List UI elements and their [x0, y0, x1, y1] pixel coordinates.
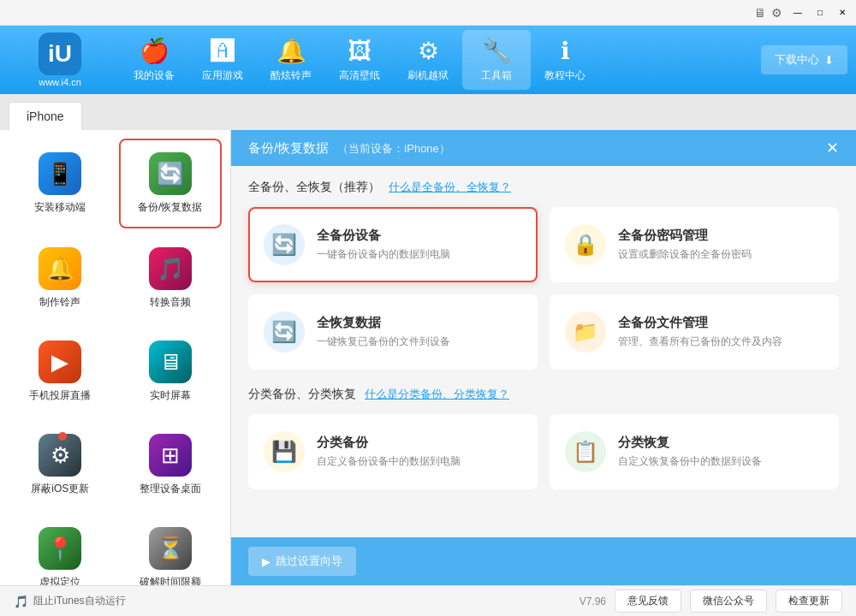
- logo-area: iU www.i4.cn: [9, 33, 111, 87]
- screen-mirror-label: 手机投屏直播: [29, 388, 91, 403]
- skip-setup-button[interactable]: ▶ 跳过设置向导: [248, 547, 356, 576]
- my-device-label: 我的设备: [134, 68, 175, 83]
- sidebar-item-update-ios[interactable]: ⚙ 屏蔽iOS更新: [9, 422, 112, 508]
- navbar: iU www.i4.cn 🍎 我的设备 🅰 应用游戏 🔔 酷炫铃声 🖼 高清壁纸…: [0, 26, 856, 94]
- titlebar: 🖥 ⚙ — □ ✕: [0, 0, 856, 26]
- card-category-backup[interactable]: 💾 分类备份 自定义备份设备中的数据到电脑: [248, 414, 538, 489]
- organize-desktop-icon: ⊞: [149, 434, 192, 477]
- category-backup-title: 分类备份: [317, 435, 522, 451]
- wechat-button[interactable]: 微信公众号: [690, 589, 767, 613]
- full-restore-title: 全恢复数据: [317, 315, 522, 331]
- skip-label: 跳过设置向导: [276, 554, 342, 569]
- maximize-button[interactable]: □: [813, 6, 827, 20]
- section2-link[interactable]: 什么是分类备份、分类恢复？: [365, 387, 509, 402]
- sidebar-item-break-time[interactable]: ⏳ 破解时间限额: [119, 515, 223, 585]
- make-ringtone-icon: 🔔: [39, 247, 81, 290]
- card-full-restore[interactable]: 🔄 全恢复数据 一键恢复已备份的文件到设备: [248, 294, 538, 370]
- ringtone-icon: 🔔: [276, 37, 306, 65]
- full-restore-info: 全恢复数据 一键恢复已备份的文件到设备: [317, 315, 522, 349]
- card-full-file-mgr[interactable]: 📁 全备份文件管理 管理、查看所有已备份的文件及内容: [550, 294, 839, 370]
- organize-desktop-label: 整理设备桌面: [140, 482, 201, 496]
- titlebar-icons: 🖥 ⚙ — □ ✕: [754, 6, 849, 20]
- close-window-button[interactable]: ✕: [835, 6, 849, 20]
- app-game-label: 应用游戏: [202, 68, 243, 83]
- card-full-backup[interactable]: 🔄 全备份设备 一键备份设备内的数据到电脑: [248, 207, 538, 282]
- break-time-icon: ⏳: [149, 527, 192, 570]
- nav-item-tutorial[interactable]: ℹ 教程中心: [531, 30, 599, 90]
- make-ringtone-label: 制作铃声: [39, 295, 80, 310]
- nav-item-jailbreak[interactable]: ⚙ 刷机越狱: [394, 30, 462, 90]
- itunes-status-text: 阻止iTunes自动运行: [33, 594, 126, 608]
- panel-close-button[interactable]: ✕: [826, 139, 839, 157]
- jailbreak-icon: ⚙: [418, 37, 439, 65]
- screen-mirror-icon: ▶: [39, 341, 81, 383]
- card-full-password-mgr[interactable]: 🔒 全备份密码管理 设置或删除设备的全备份密码: [550, 207, 839, 282]
- full-file-title: 全备份文件管理: [618, 315, 823, 331]
- virtual-location-icon: 📍: [39, 527, 81, 570]
- tutorial-label: 教程中心: [544, 68, 586, 83]
- full-password-desc: 设置或删除设备的全备份密码: [618, 247, 823, 262]
- section1-title: 全备份、全恢复（推荐） 什么是全备份、全恢复？: [248, 180, 839, 195]
- realtime-screen-label: 实时屏幕: [150, 388, 191, 403]
- sidebar-item-organize-desktop[interactable]: ⊞ 整理设备桌面: [119, 422, 223, 508]
- main-area: 📱 安装移动端 🔄 备份/恢复数据 🔔 制作铃声 🎵 转换音频 ▶ 手机投屏直播…: [0, 130, 856, 585]
- check-update-button[interactable]: 检查更新: [776, 589, 842, 613]
- monitor-icon: 🖥: [754, 6, 766, 20]
- sidebar-item-screen-mirror[interactable]: ▶ 手机投屏直播: [9, 329, 112, 415]
- full-file-info: 全备份文件管理 管理、查看所有已备份的文件及内容: [618, 315, 823, 349]
- nav-item-wallpaper[interactable]: 🖼 高清壁纸: [325, 30, 394, 90]
- wallpaper-icon: 🖼: [348, 37, 372, 65]
- nav-item-app-game[interactable]: 🅰 应用游戏: [188, 30, 257, 90]
- convert-audio-icon: 🎵: [149, 247, 192, 290]
- card-grid-section1: 🔄 全备份设备 一键备份设备内的数据到电脑 🔒 全备份密码管理 设置或删除设备的…: [248, 207, 839, 370]
- sidebar-item-backup-restore[interactable]: 🔄 备份/恢复数据: [119, 139, 223, 228]
- panel-bottom: ▶ 跳过设置向导: [231, 537, 856, 585]
- full-password-icon: 🔒: [565, 224, 606, 265]
- category-restore-title: 分类恢复: [618, 435, 823, 451]
- bottom-statusbar: 🎵 阻止iTunes自动运行 V7.96 意见反馈 微信公众号 检查更新: [0, 585, 856, 616]
- category-restore-info: 分类恢复 自定义恢复备份中的数据到设备: [618, 435, 823, 469]
- logo-url: www.i4.cn: [39, 77, 81, 87]
- full-backup-icon: 🔄: [264, 224, 305, 265]
- panel-header: 备份/恢复数据 （当前设备：iPhone） ✕: [231, 130, 856, 166]
- full-restore-icon: 🔄: [264, 311, 305, 352]
- sidebar-item-make-ringtone[interactable]: 🔔 制作铃声: [9, 235, 112, 322]
- minimize-button[interactable]: —: [791, 6, 805, 20]
- sidebar-item-realtime-screen[interactable]: 🖥 实时屏幕: [119, 329, 223, 415]
- nav-item-my-device[interactable]: 🍎 我的设备: [120, 30, 188, 90]
- panel-body: 全备份、全恢复（推荐） 什么是全备份、全恢复？ 🔄 全备份设备 一键备份设备内的…: [231, 166, 856, 536]
- full-password-info: 全备份密码管理 设置或删除设备的全备份密码: [618, 228, 823, 262]
- notification-badge: [58, 432, 67, 441]
- backup-restore-label: 备份/恢复数据: [138, 200, 202, 215]
- statusbar-left: 🎵 阻止iTunes自动运行: [14, 594, 126, 608]
- sidebar-item-install-mobile[interactable]: 📱 安装移动端: [9, 139, 112, 228]
- section2-title: 分类备份、分类恢复 什么是分类备份、分类恢复？: [248, 387, 839, 402]
- card-category-restore[interactable]: 📋 分类恢复 自定义恢复备份中的数据到设备: [550, 414, 839, 489]
- sidebar-item-convert-audio[interactable]: 🎵 转换音频: [119, 235, 223, 322]
- update-ios-label: 屏蔽iOS更新: [31, 482, 89, 496]
- jailbreak-label: 刷机越狱: [407, 68, 449, 83]
- category-backup-icon: 💾: [264, 431, 305, 472]
- sidebar-item-virtual-location[interactable]: 📍 虚拟定位: [9, 515, 112, 585]
- download-arrow-icon: ⬇: [824, 54, 834, 67]
- tutorial-icon: ℹ: [561, 37, 570, 65]
- section1-link[interactable]: 什么是全备份、全恢复？: [389, 180, 511, 195]
- nav-item-ringtone[interactable]: 🔔 酷炫铃声: [257, 30, 325, 90]
- wallpaper-label: 高清壁纸: [339, 68, 380, 83]
- itunes-icon: 🎵: [14, 595, 28, 608]
- category-restore-desc: 自定义恢复备份中的数据到设备: [618, 454, 823, 469]
- settings-icon: ⚙: [771, 6, 782, 20]
- download-button[interactable]: 下载中心 ⬇: [761, 45, 847, 74]
- device-tab-iphone[interactable]: iPhone: [9, 102, 82, 130]
- category-backup-desc: 自定义备份设备中的数据到电脑: [317, 454, 522, 469]
- content-panel: 备份/恢复数据 （当前设备：iPhone） ✕ 全备份、全恢复（推荐） 什么是全…: [231, 130, 856, 585]
- full-backup-desc: 一键备份设备内的数据到电脑: [317, 247, 522, 262]
- nav-item-toolbox[interactable]: 🔧 工具箱: [462, 30, 531, 90]
- virtual-location-label: 虚拟定位: [39, 575, 80, 585]
- feedback-button[interactable]: 意见反馈: [615, 589, 681, 613]
- install-mobile-icon: 📱: [39, 152, 81, 195]
- app-game-icon: 🅰: [211, 37, 235, 65]
- toolbox-icon: 🔧: [482, 37, 512, 65]
- card-grid-section2: 💾 分类备份 自定义备份设备中的数据到电脑 📋 分类恢复 自定义恢复备份中的数据…: [248, 414, 839, 489]
- full-file-icon: 📁: [565, 311, 606, 352]
